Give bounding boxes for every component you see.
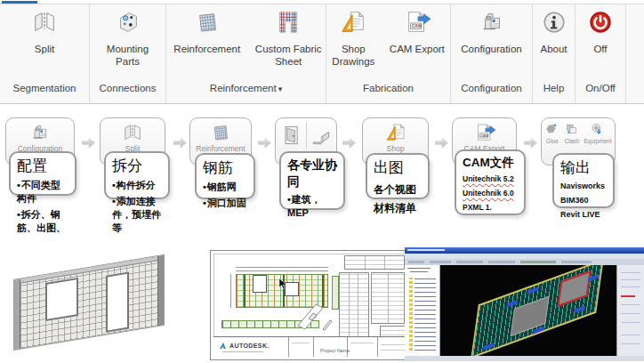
title-block-divider — [377, 337, 378, 357]
wall-mesh-panel — [13, 254, 165, 351]
callout-title: 配置 — [17, 157, 68, 176]
shop-drawings-button[interactable]: Shop Drawings — [326, 9, 381, 68]
glue-mini-button: Glue — [544, 122, 559, 144]
about-icon — [541, 9, 568, 36]
callout-item: Unitechnik 5.2 — [463, 173, 518, 185]
reinforcement-button[interactable]: Reinforcement — [166, 9, 247, 56]
about-button[interactable]: About — [538, 9, 568, 56]
precast-wall-3d-image — [4, 253, 205, 359]
autodesk-logo-icon — [219, 342, 227, 350]
divider — [306, 122, 307, 149]
wall-top-edge — [14, 255, 164, 285]
door-icon — [279, 123, 304, 148]
website-line — [222, 351, 263, 352]
toolbar-segment — [561, 261, 592, 263]
custom-fabric-sheet-button-label: Custom Fabric Sheet — [253, 44, 324, 68]
wall-left-edge — [14, 279, 20, 350]
callout-item: Unitechnik 6.0 — [463, 188, 518, 199]
callout-reinforcement: 钢筋 钢筋网 洞口加固 — [195, 153, 255, 199]
callout-split: 拆分 构件拆分 添加连接件，预埋件等 — [104, 151, 170, 199]
toolbar-segment — [456, 261, 483, 263]
group-label-segmentation: Segmentation — [0, 83, 89, 103]
ribbon: Split Segmentation Mounting Parts Connec… — [0, 4, 644, 104]
tree-root-line — [407, 268, 431, 269]
callout-title: 各专业协同 — [287, 157, 337, 190]
panel-3d-model — [471, 265, 603, 356]
arrow-right-icon — [173, 137, 187, 149]
title-block-line — [381, 344, 407, 345]
shop-drawings-icon — [340, 9, 366, 36]
cam-3d-viewport — [440, 265, 616, 356]
ribbon-tab-strip — [0, 0, 644, 4]
custom-fabric-sheet-icon — [275, 9, 302, 36]
cursor-icon — [278, 278, 287, 290]
screenshot-root: Split Segmentation Mounting Parts Connec… — [0, 0, 644, 363]
reinforcement-button-label: Reinforcement — [173, 44, 240, 56]
workflow-diagram: Configuration Split Reinforcement Shop — [0, 114, 644, 253]
ribbon-group-reinforcement: Reinforcement Custom Fabric Sheet Reinfo… — [166, 4, 326, 103]
mounting-parts-button[interactable]: Mounting Parts — [95, 9, 161, 68]
cam-export-icon — [404, 9, 431, 36]
callout-title: 钢筋 — [203, 158, 247, 178]
callout-output: 输出 Navisworks BIM360 Revit LIVE — [552, 153, 615, 208]
callout-item: BIM360 — [560, 195, 607, 206]
cam-export-button[interactable]: CAM Export — [384, 9, 450, 56]
callout-item: 添加连接件，预埋件等 — [112, 195, 162, 235]
callout-title: 输出 — [560, 158, 607, 178]
about-button-label: About — [540, 44, 567, 56]
autodesk-logo: AUTODESK. — [219, 342, 270, 350]
configuration-button-label: Configuration — [461, 44, 521, 56]
configuration-button[interactable]: Configuration — [459, 9, 523, 56]
callout-cam-export: CAM文件 Unitechnik 5.2 Unitechnik 6.0 PXML… — [455, 149, 526, 215]
mounting-parts-button-label: Mounting Parts — [97, 44, 159, 68]
embed-part-blue — [527, 286, 539, 294]
group-label-reinforcement[interactable]: Reinforcement▾ — [166, 83, 326, 103]
custom-fabric-sheet-button[interactable]: Custom Fabric Sheet — [251, 9, 326, 68]
duct-icon — [309, 123, 334, 148]
group-label-fabrication: Fabrication — [326, 83, 450, 103]
cam-software-screenshot — [405, 247, 644, 361]
shop-drawings-icon — [385, 122, 407, 143]
dimension-line — [236, 267, 328, 268]
ribbon-group-connections: Mounting Parts Connections — [90, 4, 166, 103]
panel-opening-red-outline — [558, 270, 592, 307]
dimension-line — [230, 274, 231, 308]
title-block-divider — [313, 337, 314, 357]
cam-toolbar — [405, 259, 644, 265]
callout-item: 洞口加固 — [203, 197, 247, 210]
reinforcement-icon — [210, 122, 231, 143]
configuration-icon — [479, 9, 505, 36]
arrow-right-icon — [258, 137, 271, 149]
clash-mini-button: Clash — [564, 122, 579, 144]
cam-title-text-placeholder — [407, 249, 445, 251]
off-button[interactable]: Off — [585, 9, 616, 56]
split-icon — [122, 122, 143, 143]
callout-coordination: 各专业协同 建筑，MEP — [279, 151, 345, 210]
callout-title: 出图 — [374, 158, 422, 178]
arrow-right-icon — [435, 137, 448, 149]
callout-configuration: 配置 不同类型构件 拆分、钢筋、出图、 — [9, 151, 76, 196]
title-block: AUTODESK. Project Name — [213, 336, 409, 357]
cam-export-icon — [474, 122, 495, 143]
cam-status-bar — [405, 356, 644, 361]
callout-title: 拆分 — [112, 157, 162, 176]
glue-icon — [544, 122, 559, 137]
callout-item: 材料清单 — [374, 201, 422, 215]
toolbar-segment — [430, 261, 451, 263]
title-block-line — [350, 343, 374, 343]
dimension-line — [236, 270, 328, 271]
cam-title-bar — [405, 247, 644, 254]
tree-item-icons — [409, 278, 413, 351]
group-label-connections: Connections — [90, 83, 165, 103]
shop-drawing-sheet-image: AUTODESK. Project Name — [210, 250, 413, 360]
toolbar-segment — [520, 261, 556, 263]
arrow-right-icon — [524, 137, 537, 149]
callout-shop-drawings: 出图 各个视图 材料清单 — [366, 153, 430, 199]
dropdown-arrow-icon[interactable]: ▾ — [278, 85, 283, 93]
mini-button-label: Shop — [387, 144, 405, 153]
title-block-divider — [347, 337, 348, 357]
arrow-right-icon — [82, 137, 95, 149]
red-property-line — [621, 295, 635, 297]
off-icon — [587, 9, 614, 36]
split-button[interactable]: Split — [29, 9, 60, 56]
